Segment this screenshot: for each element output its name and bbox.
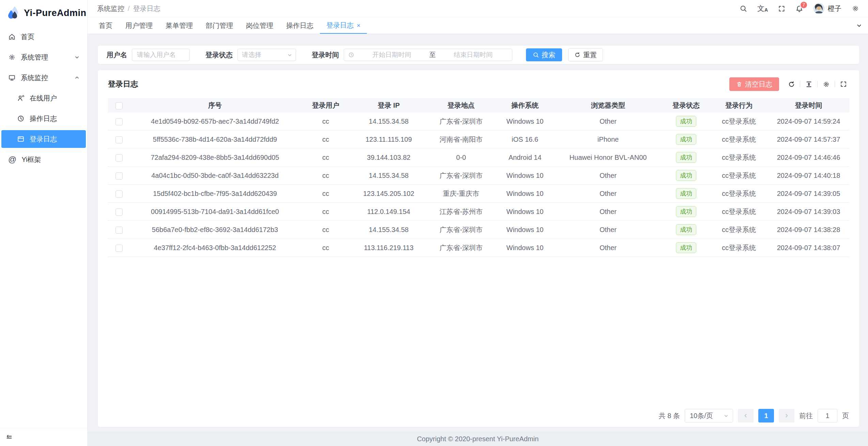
cell-login-location: 广东省-深圳市 bbox=[426, 167, 496, 185]
logo-row[interactable]: Yi-PureAdmin bbox=[0, 0, 87, 24]
username-input-wrapper bbox=[132, 49, 190, 61]
username-input[interactable] bbox=[136, 51, 185, 59]
username-label: 橙子 bbox=[828, 4, 841, 13]
breadcrumb-parent[interactable]: 系统监控 bbox=[97, 4, 124, 13]
row-density-icon[interactable] bbox=[803, 79, 814, 90]
sidebar-item-online-users[interactable]: 在线用户 bbox=[1, 89, 86, 107]
page-number-button[interactable]: 1 bbox=[758, 409, 774, 422]
cell-login-status: 成功 bbox=[662, 130, 710, 149]
copyright-text: Copyright © 2020-present Yi-PureAdmin bbox=[417, 435, 539, 443]
tab-post-management[interactable]: 岗位管理 bbox=[239, 17, 280, 34]
card-title: 登录日志 bbox=[108, 79, 138, 89]
page-size-select[interactable]: 10条/页 bbox=[685, 409, 733, 422]
login-time-range-picker[interactable]: 开始日期时间 至 结束日期时间 bbox=[344, 49, 512, 61]
cell-login-location: 河南省-南阳市 bbox=[426, 130, 496, 149]
status-select[interactable]: 请选择 bbox=[237, 49, 296, 61]
start-date-placeholder[interactable]: 开始日期时间 bbox=[357, 50, 427, 59]
translate-icon[interactable]: 文A bbox=[757, 5, 768, 12]
table-row[interactable]: 15d5f402-bc1b-cfbe-7f95-3a14dd620439 cc … bbox=[108, 185, 849, 203]
row-checkbox[interactable] bbox=[115, 245, 123, 252]
next-page-button[interactable] bbox=[779, 409, 794, 422]
row-checkbox[interactable] bbox=[115, 136, 123, 143]
cell-login-time: 2024-09-07 14:38:28 bbox=[768, 221, 849, 239]
clock-icon bbox=[348, 52, 354, 58]
reset-button[interactable]: 重置 bbox=[568, 48, 603, 61]
cell-login-status: 成功 bbox=[662, 203, 710, 221]
cell-login-location: 广东省-深圳市 bbox=[426, 112, 496, 130]
table-row[interactable]: 4a04c1bc-0d50-3bde-ca0f-3a14dd63223d cc … bbox=[108, 167, 849, 185]
fullscreen-icon[interactable] bbox=[778, 5, 785, 12]
sidebar-collapse-button[interactable] bbox=[0, 428, 87, 446]
footer: Copyright © 2020-present Yi-PureAdmin bbox=[88, 432, 868, 446]
cell-login-ip: 39.144.103.82 bbox=[351, 149, 426, 167]
table-row[interactable]: 4e1d0549-b092-657b-aec7-3a14dd749fd2 cc … bbox=[108, 112, 849, 130]
table-row[interactable]: 00914995-513b-7104-da91-3a14dd61fce0 cc … bbox=[108, 203, 849, 221]
end-date-placeholder[interactable]: 结束日期时间 bbox=[438, 50, 508, 59]
divider bbox=[817, 81, 818, 88]
clear-log-button[interactable]: 清空日志 bbox=[729, 77, 779, 91]
sidebar-item-label: 系统管理 bbox=[21, 53, 48, 62]
sidebar-menu: 首页 系统管理 系统监控 bbox=[0, 24, 87, 428]
row-checkbox[interactable] bbox=[115, 118, 123, 125]
cell-login-behavior: cc登录系统 bbox=[710, 112, 768, 130]
select-all-checkbox[interactable] bbox=[115, 102, 123, 109]
status-badge: 成功 bbox=[676, 206, 696, 217]
header-actions: 文A 7 橙子 bbox=[740, 3, 859, 14]
search-icon[interactable] bbox=[740, 5, 747, 12]
page-content: 用户名 登录状态 请选择 登录时间 开始日期时间 至 bbox=[88, 34, 868, 432]
column-settings-gear-icon[interactable] bbox=[821, 79, 832, 90]
cell-login-ip: 123.145.205.102 bbox=[351, 185, 426, 203]
table-row[interactable]: 56b6a7e0-fbb2-ef8c-3692-3a14dd6172b3 cc … bbox=[108, 221, 849, 239]
cell-login-location: 0-0 bbox=[426, 149, 496, 167]
cell-login-user: cc bbox=[300, 167, 351, 185]
cell-login-behavior: cc登录系统 bbox=[710, 203, 768, 221]
settings-gear-icon[interactable] bbox=[852, 5, 859, 12]
sidebar-item-yi-framework[interactable]: @ Yi框架 bbox=[1, 151, 86, 168]
tab-menu-management[interactable]: 菜单管理 bbox=[159, 17, 199, 34]
tab-home[interactable]: 首页 bbox=[92, 17, 119, 34]
sidebar-item-login-log[interactable]: 登录日志 bbox=[1, 130, 86, 148]
goto-page-input[interactable] bbox=[818, 409, 837, 422]
table-fullscreen-icon[interactable] bbox=[838, 79, 849, 90]
tab-dept-management[interactable]: 部门管理 bbox=[199, 17, 239, 34]
chevron-down-icon bbox=[74, 55, 80, 60]
row-checkbox[interactable] bbox=[115, 190, 123, 198]
prev-page-button[interactable] bbox=[738, 409, 754, 422]
gear-icon bbox=[8, 53, 16, 61]
row-checkbox[interactable] bbox=[115, 227, 123, 234]
sidebar-item-system-management[interactable]: 系统管理 bbox=[1, 48, 86, 66]
tab-operation-log[interactable]: 操作日志 bbox=[280, 17, 320, 34]
row-checkbox[interactable] bbox=[115, 154, 123, 162]
column-header: 序号 bbox=[130, 98, 300, 112]
page-unit-label: 页 bbox=[842, 411, 849, 420]
sidebar-item-system-monitor[interactable]: 系统监控 bbox=[1, 69, 86, 87]
cell-browser: Other bbox=[554, 221, 662, 239]
row-checkbox[interactable] bbox=[115, 209, 123, 216]
search-form-card: 用户名 登录状态 请选择 登录时间 开始日期时间 至 bbox=[98, 46, 859, 64]
user-menu[interactable]: 橙子 bbox=[813, 3, 841, 14]
sidebar-item-home[interactable]: 首页 bbox=[1, 28, 86, 46]
table-row[interactable]: 5ff5536c-738b-4d14-620a-3a14dd72fdd9 cc … bbox=[108, 130, 849, 149]
main-column: 系统监控 / 登录日志 文A 7 bbox=[88, 0, 868, 446]
cell-login-ip: 112.0.149.154 bbox=[351, 203, 426, 221]
cell-login-time: 2024-09-07 14:38:07 bbox=[768, 239, 849, 257]
tab-login-log[interactable]: 登录日志 × bbox=[320, 17, 367, 34]
table-row[interactable]: 4e37ff12-2fc4-b463-0fbb-3a14dd612252 cc … bbox=[108, 239, 849, 257]
refresh-icon[interactable] bbox=[786, 79, 797, 90]
status-badge: 成功 bbox=[676, 116, 696, 127]
tabs-dropdown-chevron-icon[interactable] bbox=[850, 22, 868, 29]
cell-login-user: cc bbox=[300, 203, 351, 221]
tab-close-icon[interactable]: × bbox=[357, 22, 360, 29]
cell-serial-id: 72afa294-8209-438e-8bb5-3a14dd690d05 bbox=[130, 149, 300, 167]
avatar bbox=[813, 3, 824, 14]
row-checkbox[interactable] bbox=[115, 172, 123, 180]
cell-login-status: 成功 bbox=[662, 185, 710, 203]
notification-bell-icon[interactable]: 7 bbox=[795, 5, 803, 13]
tab-user-management[interactable]: 用户管理 bbox=[119, 17, 159, 34]
search-button[interactable]: 搜索 bbox=[526, 48, 562, 61]
table-tool-icons bbox=[786, 79, 849, 90]
table-area: 序号 登录用户 登录 IP 登录地点 操作系统 浏览器类型 登录状态 登录行为 … bbox=[108, 98, 849, 404]
status-badge: 成功 bbox=[676, 224, 696, 235]
sidebar-item-operation-log[interactable]: 操作日志 bbox=[1, 110, 86, 127]
table-row[interactable]: 72afa294-8209-438e-8bb5-3a14dd690d05 cc … bbox=[108, 149, 849, 167]
